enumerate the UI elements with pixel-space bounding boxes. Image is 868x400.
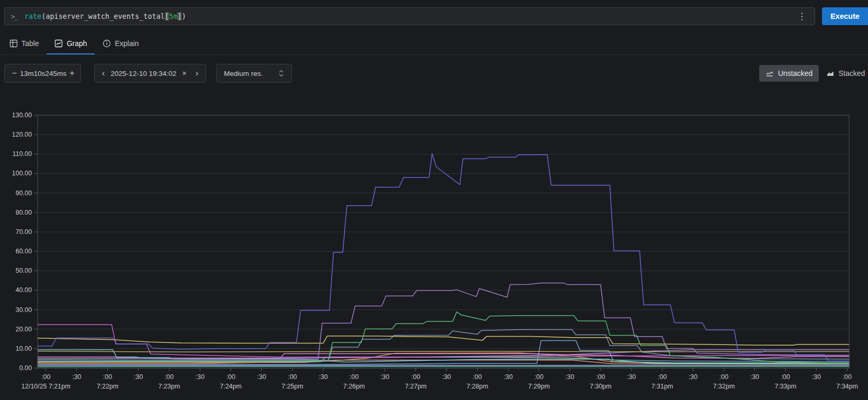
kebab-menu-icon[interactable]: ⋮ <box>795 11 808 22</box>
svg-text:7:33pm: 7:33pm <box>774 383 796 390</box>
svg-text:7:23pm: 7:23pm <box>158 383 180 390</box>
stacked-label: Stacked <box>839 69 865 77</box>
svg-text::00: :00 <box>719 373 728 381</box>
query-input[interactable]: >_ rate(apiserver_watch_events_total[5m]… <box>4 7 815 25</box>
svg-text::30: :30 <box>627 373 636 381</box>
svg-text::00: :00 <box>473 373 482 381</box>
svg-text:10.00: 10.00 <box>16 345 32 352</box>
svg-text:50.00: 50.00 <box>16 267 32 274</box>
table-icon <box>9 39 18 48</box>
svg-text:110.00: 110.00 <box>13 150 32 158</box>
series-12 <box>38 351 849 352</box>
graph-panel[interactable]: 0.0010.0020.0030.0040.0050.0060.0070.008… <box>0 89 868 400</box>
svg-text::30: :30 <box>72 373 81 381</box>
svg-text::00: :00 <box>165 373 174 381</box>
svg-text::30: :30 <box>319 373 328 381</box>
svg-text:7:31pm: 7:31pm <box>651 383 673 390</box>
svg-text::30: :30 <box>811 373 820 381</box>
svg-text::30: :30 <box>257 373 266 381</box>
svg-text::00: :00 <box>350 373 358 381</box>
svg-text::00: :00 <box>103 373 112 381</box>
svg-text:7:34pm: 7:34pm <box>836 383 858 390</box>
svg-text:90.00: 90.00 <box>16 190 32 197</box>
tab-explain[interactable]: Explain <box>95 34 146 55</box>
range-duration-control: − 13m10s245ms + <box>4 64 81 83</box>
series-13 <box>38 336 849 346</box>
terminal-prompt-icon: >_ <box>11 13 17 20</box>
svg-text::00: :00 <box>781 373 790 381</box>
tab-table[interactable]: Table <box>2 34 47 55</box>
svg-text::00: :00 <box>411 373 420 381</box>
svg-text:120.00: 120.00 <box>12 131 32 138</box>
end-time-control: ‹ 2025-12-10 19:34:02 × › <box>94 64 206 83</box>
selector-chevrons-icon <box>278 70 284 77</box>
svg-text:7:22pm: 7:22pm <box>97 383 119 390</box>
svg-text:70.00: 70.00 <box>16 228 32 236</box>
panel-tabs: Table Graph Explain <box>2 34 146 55</box>
svg-text:7:25pm: 7:25pm <box>281 383 303 390</box>
time-series-chart[interactable]: 0.0010.0020.0030.0040.0050.0060.0070.008… <box>0 89 868 400</box>
svg-text:7:28pm: 7:28pm <box>466 383 488 390</box>
resolution-value: Medium res. <box>224 70 263 77</box>
svg-text:7:29pm: 7:29pm <box>528 383 550 390</box>
svg-text:0.00: 0.00 <box>19 364 32 372</box>
svg-text::00: :00 <box>288 373 297 381</box>
svg-text:130.00: 130.00 <box>12 112 32 119</box>
resolution-select[interactable]: Medium res. <box>216 64 292 83</box>
query-expression[interactable]: rate(apiserver_watch_events_total[5m]) <box>25 12 795 20</box>
tabs-divider <box>0 54 868 55</box>
increase-range-button[interactable]: + <box>66 69 77 77</box>
execute-button[interactable]: Execute <box>822 7 868 25</box>
svg-text::30: :30 <box>750 373 759 381</box>
svg-text::30: :30 <box>134 373 143 381</box>
svg-text:7:30pm: 7:30pm <box>590 383 612 390</box>
svg-text::00: :00 <box>41 373 50 381</box>
svg-text::30: :30 <box>565 373 574 381</box>
decrease-range-button[interactable]: − <box>9 69 20 77</box>
svg-text:20.00: 20.00 <box>16 326 32 333</box>
chevron-right-icon[interactable]: › <box>193 69 201 77</box>
svg-text:12/10/25 7:21pm: 12/10/25 7:21pm <box>21 383 71 390</box>
svg-text::00: :00 <box>658 373 667 381</box>
svg-text::30: :30 <box>380 373 389 381</box>
svg-text:7:32pm: 7:32pm <box>713 383 735 390</box>
svg-text::00: :00 <box>226 373 235 381</box>
chevron-left-icon[interactable]: ‹ <box>99 69 108 77</box>
unstacked-label: Unstacked <box>778 69 813 77</box>
prometheus-app: >_ rate(apiserver_watch_events_total[5m]… <box>0 0 868 400</box>
svg-text:40.00: 40.00 <box>16 286 32 294</box>
svg-text::30: :30 <box>442 373 451 381</box>
svg-text::00: :00 <box>534 373 543 381</box>
series-11 <box>38 329 849 361</box>
unstacked-toggle-button[interactable]: Unstacked <box>759 65 819 82</box>
stacked-toggle-button[interactable]: Stacked <box>823 65 868 82</box>
svg-text:80.00: 80.00 <box>16 209 32 216</box>
svg-text::30: :30 <box>196 373 205 381</box>
tab-graph[interactable]: Graph <box>47 34 95 55</box>
svg-text::30: :30 <box>503 373 512 381</box>
svg-text:7:27pm: 7:27pm <box>405 383 427 390</box>
svg-text::00: :00 <box>596 373 605 381</box>
range-duration-value[interactable]: 13m10s245ms <box>20 70 66 77</box>
svg-text::30: :30 <box>689 373 697 381</box>
info-icon <box>103 39 111 48</box>
tab-table-label: Table <box>21 39 39 48</box>
series-10 <box>38 325 849 357</box>
chart-line-icon <box>765 69 774 77</box>
svg-text:100.00: 100.00 <box>12 170 32 177</box>
end-time-value[interactable]: 2025-12-10 19:34:02 <box>111 70 176 77</box>
series-16 <box>38 154 849 361</box>
svg-text:60.00: 60.00 <box>16 248 32 255</box>
tab-explain-label: Explain <box>115 39 139 48</box>
svg-text:30.00: 30.00 <box>16 306 32 314</box>
clear-time-icon[interactable]: × <box>179 70 189 77</box>
svg-text:7:26pm: 7:26pm <box>343 383 365 390</box>
svg-text:7:24pm: 7:24pm <box>220 383 242 390</box>
tab-graph-label: Graph <box>66 39 87 48</box>
graph-icon <box>54 39 63 48</box>
svg-text::00: :00 <box>842 373 851 381</box>
chart-area-icon <box>826 69 835 77</box>
